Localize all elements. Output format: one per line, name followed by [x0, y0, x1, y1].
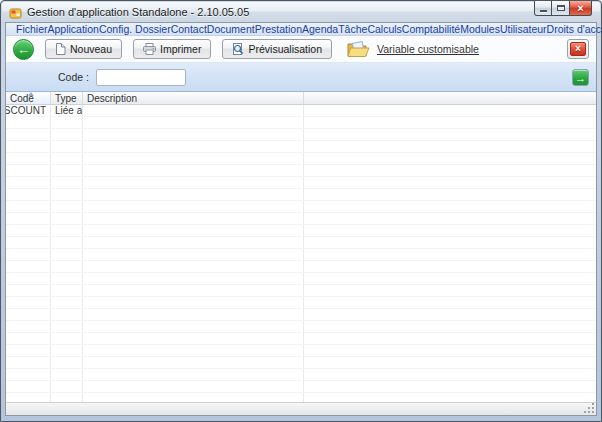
menu-application[interactable]: Application: [48, 23, 99, 35]
cell-empty: [6, 213, 51, 224]
menu-tache[interactable]: Tâche: [338, 23, 367, 35]
preview-button[interactable]: Prévisualisation: [222, 39, 332, 59]
maximize-button[interactable]: [552, 1, 570, 16]
cell-empty: [51, 225, 83, 236]
cell-empty: [6, 273, 51, 284]
menu-utilisateur[interactable]: Utilisateur: [500, 23, 547, 35]
cell-empty: [83, 153, 304, 164]
cell-empty: [83, 261, 304, 272]
minimize-button[interactable]: [534, 1, 552, 16]
cell-empty: [304, 381, 596, 392]
cell-empty: [304, 333, 596, 344]
variable-customisable-link[interactable]: Variable customisable: [377, 43, 479, 55]
cell-empty: [6, 153, 51, 164]
menu-modules[interactable]: Modules: [460, 23, 500, 35]
cell-empty: [304, 225, 596, 236]
close-icon: ×: [577, 2, 583, 14]
back-button[interactable]: ←: [13, 39, 34, 60]
menu-prestation[interactable]: Prestation: [255, 23, 302, 35]
cell-empty: [51, 237, 83, 248]
menu-comptabilite[interactable]: Comptabilité: [402, 23, 460, 35]
cell-empty: [6, 189, 51, 200]
code-input[interactable]: [96, 69, 186, 86]
cell-empty: [6, 237, 51, 248]
cell-empty: [51, 213, 83, 224]
cell-empty: [304, 309, 596, 320]
table-row-empty: [6, 393, 596, 402]
column-header-type[interactable]: Type: [51, 92, 83, 104]
menu-calculs[interactable]: Calculs: [367, 23, 401, 35]
close-window-button[interactable]: ×: [570, 1, 592, 16]
table-body: DISCOUNT Liée au ...: [6, 105, 596, 402]
close-panel-button[interactable]: ×: [567, 39, 589, 59]
app-window: Gestion d'application Standalone - 2.10.…: [0, 0, 602, 422]
cell-empty: [6, 369, 51, 380]
cell-empty: [6, 381, 51, 392]
column-header-type-label: Type: [55, 93, 77, 104]
table-row-empty: [6, 297, 596, 309]
cell-empty: [6, 393, 51, 402]
go-button[interactable]: →: [572, 69, 589, 86]
cell-empty: [6, 345, 51, 356]
menu-config-dossier[interactable]: Config. Dossier: [99, 23, 171, 35]
cell-empty: [51, 345, 83, 356]
cell-empty: [6, 141, 51, 152]
cell-empty: [83, 345, 304, 356]
print-button[interactable]: Imprimer: [133, 39, 211, 59]
table-row-empty: [6, 117, 596, 129]
table-row-empty: [6, 273, 596, 285]
cell-empty: [304, 129, 596, 140]
cell-empty: [6, 117, 51, 128]
menu-contact[interactable]: Contact: [171, 23, 207, 35]
cell-empty: [83, 357, 304, 368]
column-header-code[interactable]: Code: [6, 92, 51, 104]
table-header: Code Type Description: [6, 91, 596, 105]
menu-document[interactable]: Document: [207, 23, 255, 35]
cell-empty: [6, 261, 51, 272]
cell-empty: [51, 141, 83, 152]
preview-button-label: Prévisualisation: [248, 43, 322, 55]
new-document-icon: [55, 43, 66, 55]
title-bar: Gestion d'application Standalone - 2.10.…: [2, 2, 600, 22]
cell-empty: [83, 249, 304, 260]
cell-empty: [304, 285, 596, 296]
cell-empty: [304, 357, 596, 368]
cell-empty: [6, 249, 51, 260]
cell-blank: [304, 105, 596, 116]
cell-empty: [304, 297, 596, 308]
cell-empty: [51, 369, 83, 380]
cell-empty: [304, 117, 596, 128]
cell-empty: [304, 261, 596, 272]
cell-empty: [6, 297, 51, 308]
resize-grip-icon[interactable]: [592, 411, 594, 413]
cell-empty: [83, 225, 304, 236]
preview-icon: [232, 43, 244, 55]
variable-customisable-group[interactable]: [346, 40, 370, 58]
column-header-description[interactable]: Description: [83, 92, 304, 104]
cell-empty: [6, 177, 51, 188]
table-row-empty: [6, 153, 596, 165]
cell-empty: [304, 153, 596, 164]
cell-empty: [83, 177, 304, 188]
menu-agenda[interactable]: Agenda: [302, 23, 338, 35]
cell-type: Liée au ...: [51, 105, 83, 116]
maximize-icon: [557, 5, 565, 11]
cell-empty: [83, 273, 304, 284]
cell-empty: [83, 129, 304, 140]
cell-empty: [51, 297, 83, 308]
cell-empty: [6, 129, 51, 140]
table-row[interactable]: DISCOUNT Liée au ...: [6, 105, 596, 117]
menu-droits-acces[interactable]: Droits d'accès: [547, 23, 602, 35]
printer-icon: [143, 43, 156, 55]
menu-fichier[interactable]: Fichier: [16, 23, 48, 35]
table-row-empty: [6, 141, 596, 153]
cell-empty: [304, 201, 596, 212]
toolbar: ← Nouveau Imprimer: [6, 36, 596, 62]
table-row-empty: [6, 345, 596, 357]
client-area: Fichier Application Config. Dossier Cont…: [5, 22, 597, 416]
table-row-empty: [6, 333, 596, 345]
new-button[interactable]: Nouveau: [45, 39, 122, 59]
cell-empty: [51, 393, 83, 402]
table-row-empty: [6, 201, 596, 213]
table-row-empty: [6, 189, 596, 201]
